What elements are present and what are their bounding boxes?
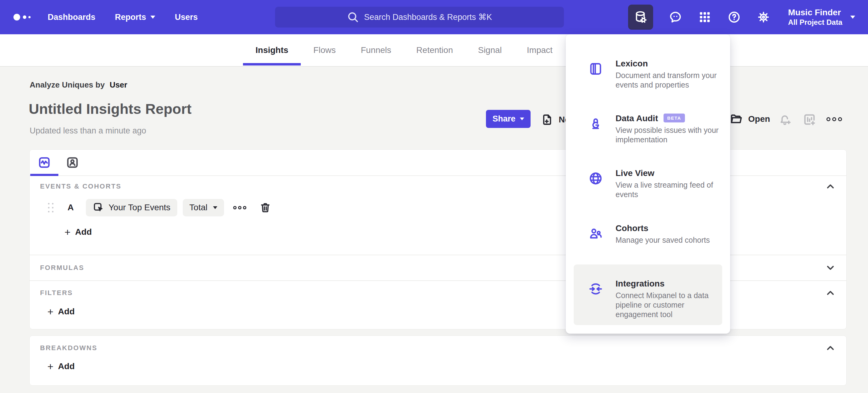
report-tab-band: Insights Flows Funnels Retention Signal … [0,34,868,67]
menu-item-integrations[interactable]: Integrations Connect Mixpanel to a data … [574,264,722,325]
project-scope: All Project Data [788,18,842,27]
menu-item-desc: View a live streaming feed of events [616,180,725,199]
tab-label: Flows [313,45,336,55]
tab-insights[interactable]: Insights [243,34,301,66]
chevron-down-icon [213,206,217,209]
events-chart-icon [38,156,51,169]
tab-label: Retention [416,45,453,55]
tab-signal[interactable]: Signal [465,34,515,66]
metric-selector[interactable]: Total [183,199,224,216]
plus-icon: + [48,307,54,316]
project-name: Music Finder [788,7,842,18]
section-title: EVENTS & COHORTS [40,183,121,190]
report-tabs: Insights Flows Funnels Retention Signal … [243,34,565,66]
live-view-globe-icon [588,171,603,186]
nav-item-label: Reports [115,12,146,22]
plus-icon: + [48,362,54,371]
chevron-down-icon [150,16,155,19]
beta-badge: BETA [663,114,685,122]
collapse-chevron-up-icon[interactable] [825,181,836,192]
primary-nav: Dashboards Reports Users [48,0,198,34]
menu-item-desc: Connect Mixpanel to a data pipeline or c… [616,291,721,319]
events-view-tab[interactable] [30,150,58,175]
settings-gear-icon[interactable] [756,10,771,24]
analysis-type-value[interactable]: User [110,80,127,89]
data-audit-lock-icon [588,116,603,131]
collapse-chevron-up-icon[interactable] [825,342,836,354]
feedback-icon[interactable] [669,10,682,24]
add-filter-button[interactable]: + Add [48,307,74,316]
updated-timestamp: Updated less than a minute ago [30,126,146,136]
nav-right-cluster: Music Finder All Project Data [628,0,855,34]
analysis-type: Analyze Uniques byUser [30,80,127,90]
ellipsis-icon [233,206,237,209]
ellipsis-icon [243,206,246,209]
tab-retention[interactable]: Retention [404,34,465,66]
user-card-icon [66,156,79,169]
tab-flows[interactable]: Flows [301,34,348,66]
drag-handle[interactable] [48,203,54,213]
ellipsis-icon [238,206,242,209]
nav-item-dashboards[interactable]: Dashboards [48,12,95,22]
tab-label: Insights [255,45,288,55]
add-event-button[interactable]: + Add [64,227,92,237]
add-breakdown-button[interactable]: + Add [48,362,74,371]
open-label: Open [748,114,770,124]
nav-item-reports[interactable]: Reports [115,12,155,22]
top-nav: Dashboards Reports Users Search Dashboar… [0,0,868,34]
cohorts-people-icon [588,226,603,241]
project-switcher[interactable]: Music Finder All Project Data [788,7,842,27]
menu-item-desc: Manage your saved cohorts [616,235,725,245]
search-icon [347,11,359,23]
menu-item-text: Lexicon Document and transform your even… [616,59,725,90]
alert-bell-plus-icon[interactable] [778,113,792,127]
event-cursor-icon [93,202,104,213]
menu-item-title: Cohorts [616,223,725,233]
nav-item-label: Dashboards [48,12,95,22]
share-button[interactable]: Share [486,110,531,128]
folder-open-icon [730,113,743,125]
tab-impact[interactable]: Impact [515,34,565,66]
mixpanel-logo-icon[interactable] [13,13,33,22]
lexicon-book-icon [588,61,603,76]
chevron-down-icon [520,117,524,120]
add-label: Add [75,227,92,237]
tab-label: Funnels [361,45,391,55]
active-tab-underline [30,174,58,176]
page-title[interactable]: Untitled Insights Report [29,101,192,117]
event-row-overflow-menu[interactable] [233,206,246,209]
nav-item-users[interactable]: Users [175,12,198,22]
menu-item-text: Integrations Connect Mixpanel to a data … [616,279,725,319]
expand-chevron-down-icon[interactable] [825,262,836,273]
event-selector[interactable]: Your Top Events [86,199,177,216]
nav-item-label: Users [175,12,198,22]
apps-grid-icon[interactable] [698,10,712,24]
menu-item-desc: View possible issues with your implement… [616,125,725,144]
collapse-chevron-up-icon[interactable] [825,287,836,299]
analysis-type-prefix: Analyze Uniques by [30,80,105,89]
document-plus-icon [541,113,554,126]
add-label: Add [58,307,74,316]
ellipsis-icon [832,117,836,121]
event-query-row: A Your Top Events Total [30,199,271,216]
event-name: Your Top Events [108,203,170,213]
menu-item-title: Integrations [616,279,725,289]
report-overflow-menu[interactable] [827,117,842,121]
menu-item-title: Lexicon [616,59,725,68]
users-view-tab[interactable] [58,150,87,175]
active-tab-underline [243,63,301,65]
mixpanel-app: Dashboards Reports Users Search Dashboar… [0,0,868,393]
search-input[interactable]: Search Dashboards & Reports ⌘K [275,7,564,28]
project-chevron-icon[interactable] [850,16,855,19]
menu-item-text: Data AuditBETA View possible issues with… [616,114,725,144]
tab-label: Impact [527,45,553,55]
open-report-button[interactable]: Open [730,113,770,125]
plus-icon: + [64,227,71,236]
tab-funnels[interactable]: Funnels [348,34,404,66]
section-title: FORMULAS [40,264,84,272]
tab-label: Signal [478,45,502,55]
data-management-icon[interactable] [628,5,653,30]
save-chart-plus-icon[interactable] [803,113,817,127]
help-icon[interactable] [727,10,741,24]
delete-event-button[interactable] [259,201,271,214]
